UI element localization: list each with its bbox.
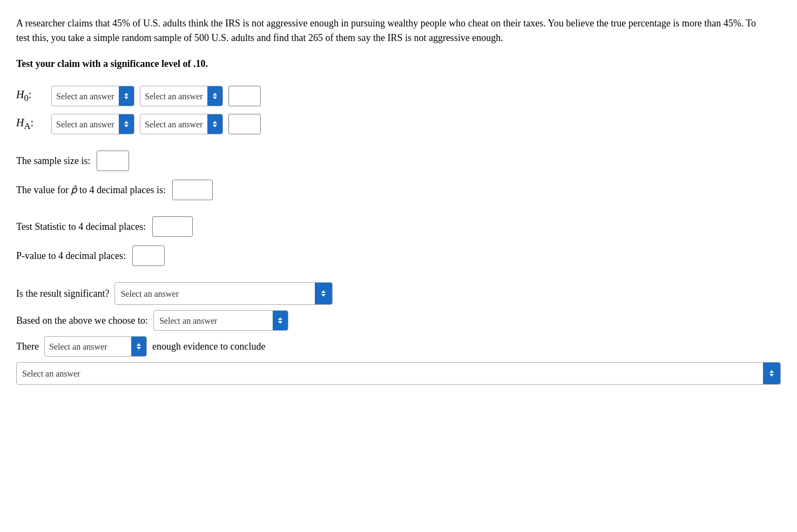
p-hat-row: The value for p̂ to 4 decimal places is:: [16, 180, 781, 200]
choose-select[interactable]: Select an answer: [154, 313, 273, 329]
last-dropdown-wrapper: Select an answer: [16, 362, 781, 385]
h0-select2[interactable]: Select an answer: [140, 88, 207, 104]
h0-select1-wrapper: Select an answer: [51, 86, 134, 106]
there-label-before: There: [16, 341, 39, 352]
test-statistic-label: Test Statistic to 4 decimal places:: [16, 221, 146, 233]
svg-marker-0: [124, 93, 129, 96]
choose-label: Based on the above we choose to:: [16, 315, 148, 326]
there-btn[interactable]: [131, 337, 146, 356]
result-significant-btn[interactable]: [315, 283, 332, 304]
svg-marker-13: [137, 347, 141, 350]
choose-btn[interactable]: [273, 311, 288, 330]
h0-label: H0:: [16, 88, 46, 104]
significance-text: Test your claim with a significance leve…: [16, 58, 781, 70]
p-value-label: P-value to 4 decimal places:: [16, 250, 126, 262]
svg-marker-6: [213, 121, 217, 124]
result-significant-wrapper: Select an answer: [114, 282, 333, 305]
last-dropdown-select[interactable]: Select an answer: [17, 365, 763, 383]
sample-size-label: The sample size is:: [16, 155, 90, 167]
choose-row: Based on the above we choose to: Select …: [16, 310, 781, 331]
svg-marker-4: [124, 121, 129, 124]
svg-marker-12: [137, 343, 141, 346]
svg-marker-8: [321, 290, 326, 293]
hypothesis-section: H0: Select an answer Select an answer: [16, 86, 781, 134]
h0-select2-btn[interactable]: [207, 86, 222, 106]
h0-select1-btn[interactable]: [119, 86, 134, 106]
ha-select1-wrapper: Select an answer: [51, 114, 134, 134]
statistic-section: Test Statistic to 4 decimal places: P-va…: [16, 216, 781, 266]
there-label-after: enough evidence to conclude: [152, 341, 265, 352]
ha-select2-wrapper: Select an answer: [140, 114, 223, 134]
choose-wrapper: Select an answer: [153, 310, 288, 331]
svg-marker-5: [124, 125, 129, 127]
intro-text: A researcher claims that 45% of U.S. adu…: [16, 16, 761, 45]
result-significant-select[interactable]: Select an answer: [115, 286, 315, 302]
sample-section: The sample size is: The value for p̂ to …: [16, 151, 781, 200]
ha-row: HA: Select an answer Select an answer: [16, 114, 781, 134]
sample-size-row: The sample size is:: [16, 151, 781, 171]
h0-value-input[interactable]: [228, 86, 261, 106]
h0-row: H0: Select an answer Select an answer: [16, 86, 781, 106]
test-statistic-row: Test Statistic to 4 decimal places:: [16, 216, 781, 237]
ha-select1[interactable]: Select an answer: [52, 117, 119, 132]
p-hat-label: The value for p̂ to 4 decimal places is:: [16, 184, 166, 196]
p-hat-input[interactable]: [172, 180, 213, 200]
svg-marker-3: [213, 97, 217, 99]
sample-size-input[interactable]: [97, 151, 129, 171]
bottom-section: Is the result significant? Select an ans…: [16, 282, 781, 385]
ha-value-input[interactable]: [228, 114, 261, 134]
there-row: There Select an answer enough evidence t…: [16, 336, 781, 357]
svg-marker-9: [321, 294, 326, 297]
last-dropdown-btn[interactable]: [763, 363, 780, 384]
ha-select2-btn[interactable]: [207, 114, 222, 134]
p-value-input[interactable]: [132, 245, 165, 266]
svg-marker-7: [213, 125, 217, 127]
svg-marker-15: [769, 374, 774, 377]
h0-select2-wrapper: Select an answer: [140, 86, 223, 106]
p-value-row: P-value to 4 decimal places:: [16, 245, 781, 266]
result-significant-label: Is the result significant?: [16, 288, 109, 299]
test-statistic-input[interactable]: [152, 216, 193, 237]
svg-marker-11: [278, 321, 282, 324]
ha-select1-btn[interactable]: [119, 114, 134, 134]
svg-marker-2: [213, 93, 217, 96]
ha-select2[interactable]: Select an answer: [140, 117, 207, 132]
svg-marker-1: [124, 97, 129, 99]
result-significant-row: Is the result significant? Select an ans…: [16, 282, 781, 305]
there-wrapper: Select an answer: [44, 336, 147, 357]
svg-marker-14: [769, 370, 774, 373]
svg-marker-10: [278, 317, 282, 320]
ha-label: HA:: [16, 117, 46, 132]
h0-select1[interactable]: Select an answer: [52, 88, 119, 104]
there-select[interactable]: Select an answer: [45, 339, 131, 354]
